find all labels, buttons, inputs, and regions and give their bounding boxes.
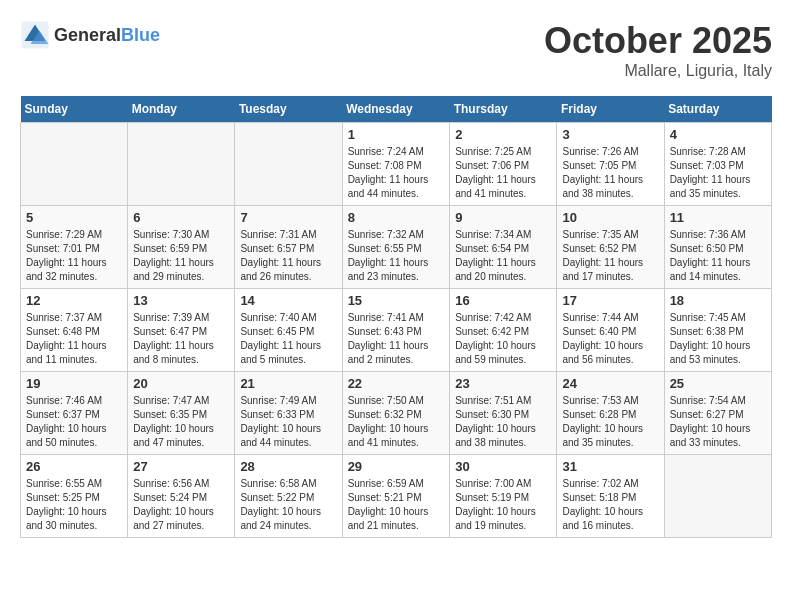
- calendar-cell: 10Sunrise: 7:35 AM Sunset: 6:52 PM Dayli…: [557, 206, 664, 289]
- day-number: 9: [455, 210, 551, 225]
- day-number: 12: [26, 293, 122, 308]
- weekday-header: Tuesday: [235, 96, 342, 123]
- day-number: 26: [26, 459, 122, 474]
- day-number: 10: [562, 210, 658, 225]
- day-number: 3: [562, 127, 658, 142]
- weekday-header: Wednesday: [342, 96, 450, 123]
- day-number: 22: [348, 376, 445, 391]
- day-info: Sunrise: 7:54 AM Sunset: 6:27 PM Dayligh…: [670, 394, 766, 450]
- day-number: 14: [240, 293, 336, 308]
- day-number: 11: [670, 210, 766, 225]
- day-number: 4: [670, 127, 766, 142]
- day-info: Sunrise: 7:41 AM Sunset: 6:43 PM Dayligh…: [348, 311, 445, 367]
- calendar-cell: 1Sunrise: 7:24 AM Sunset: 7:08 PM Daylig…: [342, 123, 450, 206]
- calendar-cell: [128, 123, 235, 206]
- day-number: 13: [133, 293, 229, 308]
- day-info: Sunrise: 7:46 AM Sunset: 6:37 PM Dayligh…: [26, 394, 122, 450]
- day-number: 24: [562, 376, 658, 391]
- location-title: Mallare, Liguria, Italy: [544, 62, 772, 80]
- day-info: Sunrise: 7:40 AM Sunset: 6:45 PM Dayligh…: [240, 311, 336, 367]
- day-number: 23: [455, 376, 551, 391]
- calendar-cell: 8Sunrise: 7:32 AM Sunset: 6:55 PM Daylig…: [342, 206, 450, 289]
- day-number: 6: [133, 210, 229, 225]
- day-number: 21: [240, 376, 336, 391]
- day-number: 19: [26, 376, 122, 391]
- day-info: Sunrise: 7:35 AM Sunset: 6:52 PM Dayligh…: [562, 228, 658, 284]
- calendar-cell: 31Sunrise: 7:02 AM Sunset: 5:18 PM Dayli…: [557, 455, 664, 538]
- calendar-cell: 16Sunrise: 7:42 AM Sunset: 6:42 PM Dayli…: [450, 289, 557, 372]
- day-info: Sunrise: 7:00 AM Sunset: 5:19 PM Dayligh…: [455, 477, 551, 533]
- day-number: 27: [133, 459, 229, 474]
- calendar-cell: [21, 123, 128, 206]
- day-number: 29: [348, 459, 445, 474]
- logo-icon: [20, 20, 50, 50]
- day-info: Sunrise: 7:26 AM Sunset: 7:05 PM Dayligh…: [562, 145, 658, 201]
- day-info: Sunrise: 7:45 AM Sunset: 6:38 PM Dayligh…: [670, 311, 766, 367]
- day-info: Sunrise: 7:36 AM Sunset: 6:50 PM Dayligh…: [670, 228, 766, 284]
- day-number: 1: [348, 127, 445, 142]
- calendar-cell: 30Sunrise: 7:00 AM Sunset: 5:19 PM Dayli…: [450, 455, 557, 538]
- title-block: October 2025 Mallare, Liguria, Italy: [544, 20, 772, 80]
- weekday-header: Saturday: [664, 96, 771, 123]
- day-number: 8: [348, 210, 445, 225]
- calendar-cell: 4Sunrise: 7:28 AM Sunset: 7:03 PM Daylig…: [664, 123, 771, 206]
- day-number: 28: [240, 459, 336, 474]
- calendar-table: SundayMondayTuesdayWednesdayThursdayFrid…: [20, 96, 772, 538]
- logo-text-blue: Blue: [121, 25, 160, 45]
- calendar-cell: [664, 455, 771, 538]
- calendar-cell: 11Sunrise: 7:36 AM Sunset: 6:50 PM Dayli…: [664, 206, 771, 289]
- day-info: Sunrise: 6:59 AM Sunset: 5:21 PM Dayligh…: [348, 477, 445, 533]
- calendar-cell: 23Sunrise: 7:51 AM Sunset: 6:30 PM Dayli…: [450, 372, 557, 455]
- calendar-cell: 13Sunrise: 7:39 AM Sunset: 6:47 PM Dayli…: [128, 289, 235, 372]
- day-info: Sunrise: 7:50 AM Sunset: 6:32 PM Dayligh…: [348, 394, 445, 450]
- day-info: Sunrise: 7:47 AM Sunset: 6:35 PM Dayligh…: [133, 394, 229, 450]
- calendar-week-row: 1Sunrise: 7:24 AM Sunset: 7:08 PM Daylig…: [21, 123, 772, 206]
- day-number: 31: [562, 459, 658, 474]
- day-number: 20: [133, 376, 229, 391]
- day-info: Sunrise: 7:31 AM Sunset: 6:57 PM Dayligh…: [240, 228, 336, 284]
- calendar-cell: 18Sunrise: 7:45 AM Sunset: 6:38 PM Dayli…: [664, 289, 771, 372]
- day-info: Sunrise: 7:28 AM Sunset: 7:03 PM Dayligh…: [670, 145, 766, 201]
- calendar-cell: 21Sunrise: 7:49 AM Sunset: 6:33 PM Dayli…: [235, 372, 342, 455]
- calendar-cell: [235, 123, 342, 206]
- calendar-cell: 17Sunrise: 7:44 AM Sunset: 6:40 PM Dayli…: [557, 289, 664, 372]
- day-number: 25: [670, 376, 766, 391]
- calendar-cell: 3Sunrise: 7:26 AM Sunset: 7:05 PM Daylig…: [557, 123, 664, 206]
- calendar-cell: 22Sunrise: 7:50 AM Sunset: 6:32 PM Dayli…: [342, 372, 450, 455]
- day-number: 16: [455, 293, 551, 308]
- day-info: Sunrise: 7:30 AM Sunset: 6:59 PM Dayligh…: [133, 228, 229, 284]
- month-title: October 2025: [544, 20, 772, 62]
- weekday-header: Thursday: [450, 96, 557, 123]
- day-info: Sunrise: 7:53 AM Sunset: 6:28 PM Dayligh…: [562, 394, 658, 450]
- calendar-cell: 27Sunrise: 6:56 AM Sunset: 5:24 PM Dayli…: [128, 455, 235, 538]
- calendar-cell: 19Sunrise: 7:46 AM Sunset: 6:37 PM Dayli…: [21, 372, 128, 455]
- calendar-cell: 15Sunrise: 7:41 AM Sunset: 6:43 PM Dayli…: [342, 289, 450, 372]
- page-header: GeneralBlue October 2025 Mallare, Liguri…: [20, 20, 772, 80]
- day-info: Sunrise: 7:44 AM Sunset: 6:40 PM Dayligh…: [562, 311, 658, 367]
- weekday-header: Monday: [128, 96, 235, 123]
- calendar-cell: 5Sunrise: 7:29 AM Sunset: 7:01 PM Daylig…: [21, 206, 128, 289]
- calendar-week-row: 26Sunrise: 6:55 AM Sunset: 5:25 PM Dayli…: [21, 455, 772, 538]
- weekday-header: Friday: [557, 96, 664, 123]
- day-info: Sunrise: 6:58 AM Sunset: 5:22 PM Dayligh…: [240, 477, 336, 533]
- calendar-cell: 7Sunrise: 7:31 AM Sunset: 6:57 PM Daylig…: [235, 206, 342, 289]
- calendar-cell: 25Sunrise: 7:54 AM Sunset: 6:27 PM Dayli…: [664, 372, 771, 455]
- day-info: Sunrise: 7:37 AM Sunset: 6:48 PM Dayligh…: [26, 311, 122, 367]
- day-info: Sunrise: 7:51 AM Sunset: 6:30 PM Dayligh…: [455, 394, 551, 450]
- day-number: 7: [240, 210, 336, 225]
- calendar-cell: 26Sunrise: 6:55 AM Sunset: 5:25 PM Dayli…: [21, 455, 128, 538]
- calendar-header-row: SundayMondayTuesdayWednesdayThursdayFrid…: [21, 96, 772, 123]
- weekday-header: Sunday: [21, 96, 128, 123]
- calendar-week-row: 19Sunrise: 7:46 AM Sunset: 6:37 PM Dayli…: [21, 372, 772, 455]
- day-info: Sunrise: 7:24 AM Sunset: 7:08 PM Dayligh…: [348, 145, 445, 201]
- calendar-cell: 6Sunrise: 7:30 AM Sunset: 6:59 PM Daylig…: [128, 206, 235, 289]
- day-number: 15: [348, 293, 445, 308]
- day-info: Sunrise: 7:25 AM Sunset: 7:06 PM Dayligh…: [455, 145, 551, 201]
- day-info: Sunrise: 7:49 AM Sunset: 6:33 PM Dayligh…: [240, 394, 336, 450]
- calendar-cell: 2Sunrise: 7:25 AM Sunset: 7:06 PM Daylig…: [450, 123, 557, 206]
- day-number: 5: [26, 210, 122, 225]
- calendar-cell: 28Sunrise: 6:58 AM Sunset: 5:22 PM Dayli…: [235, 455, 342, 538]
- calendar-cell: 20Sunrise: 7:47 AM Sunset: 6:35 PM Dayli…: [128, 372, 235, 455]
- logo: GeneralBlue: [20, 20, 160, 50]
- calendar-cell: 29Sunrise: 6:59 AM Sunset: 5:21 PM Dayli…: [342, 455, 450, 538]
